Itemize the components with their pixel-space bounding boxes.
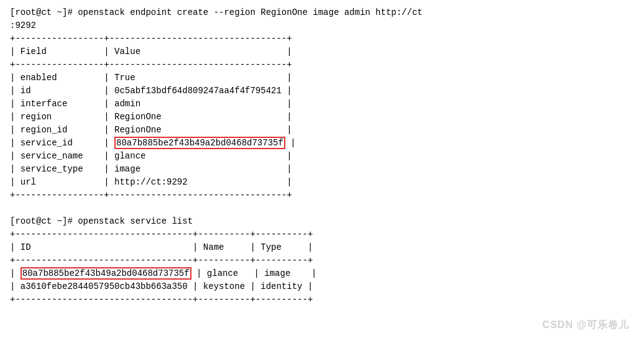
table1-row-service-type: | service_type | image | [10, 163, 634, 176]
table1-row-enabled: | enabled | True | [10, 71, 634, 85]
table1-row-region-id: | region_id | RegionOne | [10, 124, 634, 137]
service-list-id-highlight: 80a7b885be2f43b49a2bd0468d73735f [21, 267, 191, 280]
table1-header: | Field | Value | [10, 45, 634, 58]
table2-sep1: +----------------------------------+----… [10, 228, 634, 241]
table1-row-id: | id | 0c5abf13bdf64d809247aa4f4f795421 … [10, 85, 634, 98]
table1-row-service-name: | service_name | glance | [10, 150, 634, 163]
terminal-window: [root@ct ~]# openstack endpoint create -… [0, 0, 644, 343]
table1-row-service-id: | service_id | 80a7b885be2f43b49a2bd0468… [10, 137, 634, 150]
table1-sep3: +-----------------+---------------------… [10, 189, 634, 202]
blank-line [10, 202, 634, 215]
table1-sep1: +-----------------+---------------------… [10, 32, 634, 45]
table2-header: | ID | Name | Type | [10, 241, 634, 254]
table2-sep2: +----------------------------------+----… [10, 254, 634, 267]
watermark: CSDN @可乐卷儿 [543, 319, 629, 332]
table2-sep3: +----------------------------------+----… [10, 293, 634, 306]
command-line-1b: :9292 [10, 19, 634, 32]
table1-row-interface: | interface | admin | [10, 98, 634, 111]
command-line-1: [root@ct ~]# openstack endpoint create -… [10, 6, 634, 19]
table2-row-keystone: | a3610febe2844057950cb43bb663a350 | key… [10, 280, 634, 293]
command-line-2: [root@ct ~]# openstack service list [10, 215, 634, 228]
table1-row-region: | region | RegionOne | [10, 111, 634, 124]
table1-row-url: | url | http://ct:9292 | [10, 176, 634, 189]
table1-sep2: +-----------------+---------------------… [10, 58, 634, 71]
table2-row-glance: | 80a7b885be2f43b49a2bd0468d73735f | gla… [10, 267, 634, 280]
service-id-highlight: 80a7b885be2f43b49a2bd0468d73735f [114, 137, 285, 149]
